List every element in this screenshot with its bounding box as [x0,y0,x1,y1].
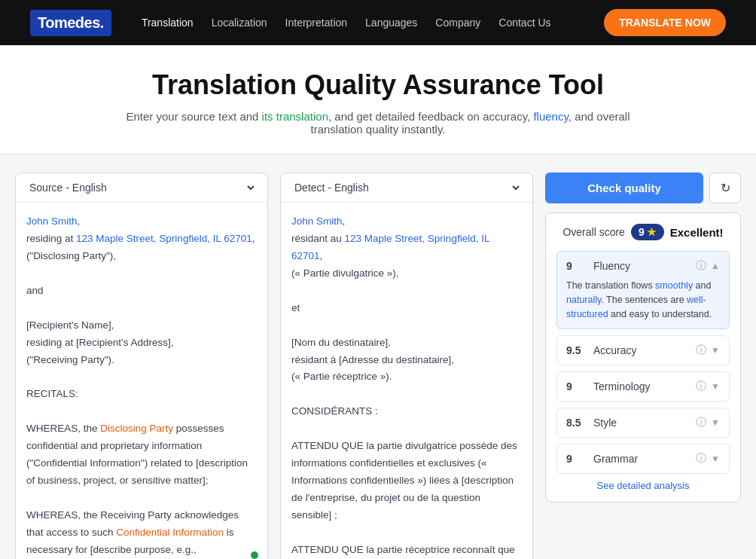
metric-left-style: 8.5 Style [566,417,617,429]
source-language-select[interactable]: Source - English Source - French Source … [26,181,257,194]
fluency-chevron-button[interactable]: ▲ [711,261,720,271]
refresh-icon: ↻ [721,181,730,195]
accuracy-info-icon[interactable]: ⓘ [696,344,706,357]
hero-description: Enter your source text and its translati… [114,110,642,136]
overall-score-label: Overall score [562,226,624,238]
terminology-info-icon[interactable]: ⓘ [696,380,706,393]
style-chevron-button[interactable]: ▼ [711,417,720,428]
hero-desc-highlight-1: its translation [262,110,328,123]
target-text-content: John Smith, résidant au 123 Maple Street… [291,215,517,559]
overall-score-row: Overall score 9 ★ Excellent! [556,224,730,240]
terminology-score: 9 [566,380,587,393]
logo[interactable]: Tomedes. [30,10,111,36]
fluency-score: 9 [566,260,587,272]
metric-row-fluency: 9 Fluency ⓘ ▲ The translation flows smoo… [556,251,730,329]
nav-translation[interactable]: Translation [142,17,194,29]
accuracy-name: Accuracy [593,344,637,356]
nav-interpretation[interactable]: Interpretation [285,17,348,29]
source-panel: Source - English Source - French Source … [15,173,268,559]
translate-now-button[interactable]: TRANSLATE NOW [604,9,726,36]
score-card: Overall score 9 ★ Excellent! 9 Fluency ⓘ… [545,212,741,502]
score-star: ★ [647,226,657,238]
main-content: Source - English Source - French Source … [0,154,756,559]
metric-left-fluency: 9 Fluency [566,260,630,272]
metric-actions-terminology: ⓘ ▼ [696,380,720,393]
target-panel: Detect - English Detect - French Detect … [280,173,533,559]
metric-actions-fluency: ⓘ ▲ [696,259,720,273]
logo-text: Tomedes. [38,14,104,31]
source-text-content: John Smith, residing at 123 Maple Street… [26,215,255,555]
fluency-info-icon[interactable]: ⓘ [696,259,706,273]
metric-actions-grammar: ⓘ ▼ [696,452,720,466]
metric-actions-accuracy: ⓘ ▼ [696,344,720,357]
terminology-chevron-button[interactable]: ▼ [711,381,720,392]
check-quality-button[interactable]: Check quality [545,173,703,203]
nav-localization[interactable]: Localization [212,17,267,29]
fluency-desc-highlight-2: naturally [566,295,601,305]
metric-left-grammar: 9 Grammar [566,453,638,465]
nav-company[interactable]: Company [435,17,480,29]
excellent-label: Excellent! [670,226,724,239]
style-name: Style [593,417,617,429]
metric-header-grammar: 9 Grammar ⓘ ▼ [566,452,720,466]
target-text-body[interactable]: John Smith, résidant au 123 Maple Street… [281,203,532,559]
nav-languages[interactable]: Languages [365,17,417,29]
accuracy-chevron-button[interactable]: ▼ [711,345,720,356]
metric-left-accuracy: 9.5 Accuracy [566,344,637,356]
overall-score-badge: 9 ★ [631,224,664,240]
target-language-select[interactable]: Detect - English Detect - French Detect … [291,181,522,194]
fluency-desc-highlight-1: smoothly [655,280,693,291]
target-panel-header: Detect - English Detect - French Detect … [281,173,532,203]
metric-row-style: 8.5 Style ⓘ ▼ [556,408,730,438]
nav-contact-us[interactable]: Contact Us [498,17,550,29]
grammar-chevron-button[interactable]: ▼ [711,454,720,464]
grammar-info-icon[interactable]: ⓘ [696,452,706,466]
hero-desc-highlight-2: fluency [533,110,568,123]
metric-row-grammar: 9 Grammar ⓘ ▼ [556,444,730,474]
terminology-name: Terminology [593,380,650,393]
style-info-icon[interactable]: ⓘ [696,416,706,429]
source-panel-header: Source - English Source - French Source … [16,173,267,203]
site-header: Tomedes. Translation Localization Interp… [0,0,756,45]
refresh-button[interactable]: ↻ [709,173,741,203]
score-value: 9 [639,226,645,238]
metric-left-terminology: 9 Terminology [566,380,650,393]
fluency-description: The translation flows smoothly and natur… [566,279,720,321]
metric-actions-style: ⓘ ▼ [696,416,720,429]
hero-section: Translation Quality Assurance Tool Enter… [0,45,756,154]
metric-header-fluency: 9 Fluency ⓘ ▲ [566,259,720,273]
grammar-score: 9 [566,453,587,465]
metric-header-accuracy: 9.5 Accuracy ⓘ ▼ [566,344,720,357]
see-detailed-analysis-link[interactable]: See detailed analysis [556,480,730,491]
fluency-name: Fluency [593,260,630,272]
grammar-name: Grammar [593,453,638,465]
accuracy-score: 9.5 [566,344,587,356]
quality-panel: Check quality ↻ Overall score 9 ★ Excell… [545,173,741,502]
nav-links: Translation Localization Interpretation … [142,17,580,29]
source-text-body[interactable]: John Smith, residing at 123 Maple Street… [16,203,267,559]
page-title: Translation Quality Assurance Tool [15,69,741,101]
metric-row-terminology: 9 Terminology ⓘ ▼ [556,371,730,402]
check-quality-row: Check quality ↻ [545,173,741,203]
metric-header-terminology: 9 Terminology ⓘ ▼ [566,380,720,393]
source-active-dot [251,551,258,559]
style-score: 8.5 [566,417,587,429]
metric-row-accuracy: 9.5 Accuracy ⓘ ▼ [556,335,730,365]
metric-header-style: 8.5 Style ⓘ ▼ [566,416,720,429]
